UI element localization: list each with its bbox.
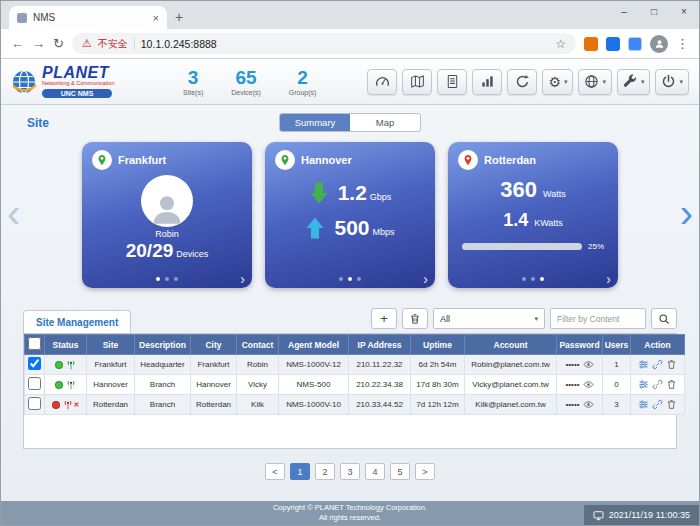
- dot[interactable]: [348, 277, 352, 281]
- eye-icon[interactable]: [583, 359, 594, 370]
- location-pin-icon: [458, 150, 478, 170]
- map-button[interactable]: [402, 69, 432, 95]
- refresh-button[interactable]: [507, 69, 537, 95]
- statistics-button[interactable]: [472, 69, 502, 95]
- col-account: Account: [465, 335, 557, 355]
- browser-menu-icon[interactable]: ⋮: [676, 36, 689, 51]
- dot[interactable]: [357, 277, 361, 281]
- tab-site-management[interactable]: Site Management: [23, 310, 131, 333]
- col-city: City: [191, 335, 237, 355]
- card-next-icon[interactable]: ›: [606, 271, 611, 287]
- globe-logo-icon: [11, 69, 37, 95]
- download-rate: 1.2Gbps: [275, 181, 425, 205]
- row-checkbox[interactable]: [28, 397, 41, 410]
- eye-icon[interactable]: [583, 399, 594, 410]
- dot[interactable]: [156, 277, 160, 281]
- col-status: Status: [45, 335, 87, 355]
- language-globe-icon: [584, 74, 599, 89]
- stat-groups[interactable]: 2 Group(s): [289, 68, 317, 96]
- edit-settings-icon[interactable]: [638, 359, 649, 370]
- refresh-icon[interactable]: ↻: [53, 36, 64, 51]
- settings-button[interactable]: ⚙ ▾: [542, 69, 573, 95]
- dot[interactable]: [339, 277, 343, 281]
- url-text[interactable]: 10.1.0.245:8888: [141, 38, 217, 50]
- view-switcher: Summary Map: [279, 113, 421, 132]
- tab-summary[interactable]: Summary: [280, 114, 350, 131]
- row-checkbox[interactable]: [28, 377, 41, 390]
- security-warning-icon[interactable]: ⚠: [82, 38, 92, 49]
- stat-devices[interactable]: 65 Device(s): [231, 68, 261, 96]
- forward-icon[interactable]: →: [32, 36, 45, 51]
- site-card-frankfurt[interactable]: Frankfurt Robin 20/29Devices ›: [82, 142, 252, 288]
- delete-row-icon[interactable]: [666, 379, 677, 390]
- filter-column-select[interactable]: All ▾: [433, 308, 545, 329]
- watts-unit: Watts: [543, 189, 566, 199]
- link-icon[interactable]: [652, 379, 663, 390]
- extension-icon-1[interactable]: [584, 37, 598, 51]
- power-icon: [661, 74, 676, 89]
- upload-unit: Mbps: [373, 227, 395, 237]
- password-dots: •••••: [565, 380, 579, 389]
- card-next-icon[interactable]: ›: [240, 271, 245, 287]
- dot[interactable]: [531, 277, 535, 281]
- dot[interactable]: [174, 277, 178, 281]
- page-button-1[interactable]: 1: [290, 463, 310, 480]
- power-button[interactable]: ▾: [655, 69, 689, 95]
- stat-sites[interactable]: 3 Site(s): [183, 68, 203, 96]
- browser-tab[interactable]: NMS ×: [9, 6, 167, 29]
- extension-icon-2[interactable]: [606, 37, 620, 51]
- link-icon[interactable]: [652, 399, 663, 410]
- edit-settings-icon[interactable]: [638, 399, 649, 410]
- close-button[interactable]: ×: [669, 1, 699, 21]
- page-button-2[interactable]: 2: [315, 463, 335, 480]
- page-next-button[interactable]: >: [415, 463, 435, 480]
- language-button[interactable]: ▾: [578, 69, 612, 95]
- link-icon[interactable]: [652, 359, 663, 370]
- status-offline-icon: [52, 401, 60, 409]
- delete-site-button[interactable]: [402, 308, 428, 329]
- edit-settings-icon[interactable]: [638, 379, 649, 390]
- maximize-button[interactable]: □: [639, 1, 669, 21]
- brand-name: PLANET: [42, 65, 114, 82]
- delete-row-icon[interactable]: [666, 399, 677, 410]
- filter-input[interactable]: [550, 308, 646, 329]
- bookmark-star-icon[interactable]: ☆: [555, 37, 566, 51]
- profile-avatar-icon[interactable]: [650, 35, 668, 53]
- page-prev-button[interactable]: <: [265, 463, 285, 480]
- tab-map[interactable]: Map: [350, 114, 420, 131]
- minimize-button[interactable]: –: [609, 1, 639, 21]
- page-button-5[interactable]: 5: [390, 463, 410, 480]
- dot[interactable]: [165, 277, 169, 281]
- carousel-next-icon[interactable]: ›: [680, 193, 693, 233]
- carousel-dots: [448, 277, 618, 281]
- report-button[interactable]: [437, 69, 467, 95]
- back-icon[interactable]: ←: [11, 36, 24, 51]
- select-all-checkbox[interactable]: [28, 337, 41, 350]
- site-card-rotterdan[interactable]: Rotterdan 360 Watts 1.4 KWatts 25% ›: [448, 142, 618, 288]
- site-card-hannover[interactable]: Hannover 1.2Gbps 500Mbps ›: [265, 142, 435, 288]
- delete-row-icon[interactable]: [666, 359, 677, 370]
- row-checkbox[interactable]: [28, 357, 41, 370]
- new-tab-button[interactable]: +: [167, 7, 191, 27]
- carousel-prev-icon[interactable]: ‹: [7, 193, 20, 233]
- dot[interactable]: [522, 277, 526, 281]
- col-contact: Contact: [237, 335, 279, 355]
- card-next-icon[interactable]: ›: [423, 271, 428, 287]
- page-button-4[interactable]: 4: [365, 463, 385, 480]
- security-warning-text[interactable]: 不安全: [98, 37, 128, 51]
- site-table: Status Site Description City Contact Age…: [23, 333, 677, 449]
- table-toolbar: + All ▾: [371, 308, 677, 333]
- eye-icon[interactable]: [583, 379, 594, 390]
- header-toolbar: ⚙ ▾ ▾ ▾ ▾: [367, 69, 689, 95]
- url-field[interactable]: ⚠ 不安全 10.1.0.245:8888 ☆: [72, 33, 576, 54]
- extension-icon-3[interactable]: [628, 37, 642, 51]
- search-button[interactable]: [651, 308, 677, 329]
- add-site-button[interactable]: +: [371, 308, 397, 329]
- page-button-3[interactable]: 3: [340, 463, 360, 480]
- stat-groups-value: 2: [297, 68, 308, 87]
- url-separator: [134, 38, 135, 50]
- tab-close-icon[interactable]: ×: [153, 12, 159, 24]
- tools-button[interactable]: ▾: [617, 69, 651, 95]
- dot[interactable]: [540, 277, 544, 281]
- dashboard-button[interactable]: [367, 69, 397, 95]
